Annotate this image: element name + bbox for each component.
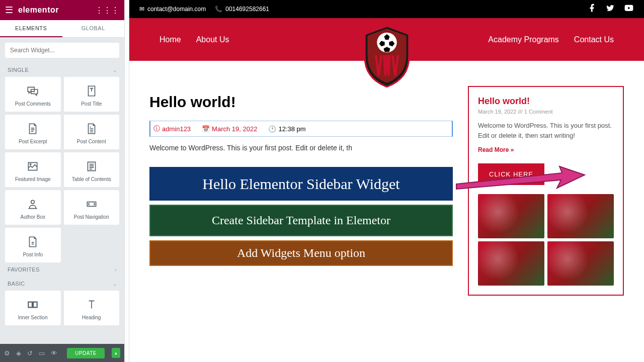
comments-icon bbox=[8, 84, 58, 98]
elementor-panel: ☰ elementor ⋮⋮⋮ ELEMENTS GLOBAL SINGLE ⌄… bbox=[0, 0, 124, 362]
tab-global[interactable]: GLOBAL bbox=[62, 20, 125, 37]
site-topbar: ✉ contact@domain.com 📞 0014692582661 bbox=[129, 0, 644, 18]
post-title: Hello world! bbox=[149, 94, 453, 111]
chevron-down-icon: ⌄ bbox=[113, 281, 117, 287]
widget-post-excerpt[interactable]: Post Excerpt bbox=[5, 115, 61, 149]
history-icon[interactable]: ↺ bbox=[27, 349, 33, 357]
nav-home[interactable]: Home bbox=[159, 35, 181, 44]
info-icon bbox=[8, 235, 58, 249]
svg-point-0 bbox=[31, 200, 35, 204]
grid-icon[interactable]: ⋮⋮⋮ bbox=[95, 6, 119, 15]
sidebar-post-excerpt: Welcome to WordPress. This is your first… bbox=[478, 121, 614, 140]
title-icon bbox=[66, 84, 117, 98]
panel-footer: ⚙ ◈ ↺ ▭ 👁 UPDATE ▴ bbox=[0, 344, 124, 362]
update-button[interactable]: UPDATE bbox=[67, 348, 105, 358]
post-date[interactable]: 📅 March 19, 2022 bbox=[199, 124, 257, 133]
sidebar-gallery bbox=[478, 194, 614, 286]
section-single[interactable]: SINGLE ⌄ bbox=[0, 63, 124, 77]
widget-heading[interactable]: Heading bbox=[64, 291, 120, 325]
nav-contact[interactable]: Contact Us bbox=[574, 35, 614, 44]
nav-about[interactable]: About Us bbox=[196, 35, 229, 44]
contact-phone[interactable]: 📞 0014692582661 bbox=[215, 6, 269, 13]
section-favorites[interactable]: FAVORITES › bbox=[0, 262, 124, 277]
menu-icon[interactable]: ☰ bbox=[5, 5, 13, 16]
panel-tabs: ELEMENTS GLOBAL bbox=[0, 20, 124, 38]
widget-post-navigation[interactable]: Post Navigation bbox=[64, 190, 120, 225]
panel-header: ☰ elementor ⋮⋮⋮ bbox=[0, 0, 124, 20]
gallery-image[interactable] bbox=[547, 241, 614, 286]
widgets-single-grid: Post Comments Post Title Post Excerpt Po… bbox=[0, 77, 124, 262]
click-here-button[interactable]: CLICK HERE bbox=[478, 163, 544, 185]
content-area: Hello world! ⓘ admin123 📅 March 19, 2022… bbox=[129, 61, 644, 311]
responsive-icon[interactable]: ▭ bbox=[39, 349, 45, 357]
widget-post-content[interactable]: Post Content bbox=[64, 115, 120, 149]
post-time: 🕐 12:38 pm bbox=[265, 124, 305, 133]
elementor-logo: elementor bbox=[18, 6, 59, 15]
settings-icon[interactable]: ⚙ bbox=[4, 349, 10, 357]
widgets-basic-grid: Inner Section Heading bbox=[0, 291, 124, 325]
widget-inner-section[interactable]: Inner Section bbox=[5, 291, 61, 325]
sidebar-widget[interactable]: Hello world! March 19, 2022 /// 1 Commen… bbox=[468, 86, 624, 296]
widget-featured-image[interactable]: Featured Image bbox=[5, 152, 61, 187]
overlay-banners: Hello Elementor Sidebar Widget Create Si… bbox=[149, 167, 453, 266]
widget-author-box[interactable]: Author Box bbox=[5, 190, 61, 225]
youtube-icon[interactable] bbox=[624, 4, 634, 15]
toc-icon bbox=[66, 159, 117, 173]
chevron-down-icon: ⌄ bbox=[113, 67, 117, 73]
banner-subtitle-2: Add Widgets Menu option bbox=[149, 240, 453, 266]
banner-subtitle-1: Create Sidebar Template in Elemetor bbox=[149, 205, 453, 236]
navigator-icon[interactable]: ◈ bbox=[16, 349, 21, 357]
widget-table-of-contents[interactable]: Table of Contents bbox=[64, 152, 120, 187]
sidebar-post-meta: March 19, 2022 /// 1 Comment bbox=[478, 109, 614, 115]
site-navbar: Home About Us Academy Programs Contact U… bbox=[129, 18, 644, 61]
widget-post-title[interactable]: Post Title bbox=[64, 77, 120, 112]
gallery-image[interactable] bbox=[478, 194, 544, 238]
main-column: Hello world! ⓘ admin123 📅 March 19, 2022… bbox=[149, 76, 453, 296]
post-meta[interactable]: ⓘ admin123 📅 March 19, 2022 🕐 12:38 pm bbox=[149, 121, 453, 137]
search-input[interactable] bbox=[5, 43, 119, 58]
twitter-icon[interactable] bbox=[606, 4, 615, 15]
chevron-right-icon: › bbox=[115, 267, 117, 273]
author-icon bbox=[8, 197, 58, 211]
tab-elements[interactable]: ELEMENTS bbox=[0, 20, 62, 37]
content-icon bbox=[66, 122, 117, 136]
widget-post-info[interactable]: Post Info bbox=[5, 228, 61, 262]
section-basic[interactable]: BASIC ⌄ bbox=[0, 277, 124, 291]
excerpt-icon bbox=[8, 122, 58, 136]
navigation-icon bbox=[66, 197, 117, 211]
sidebar-post-title[interactable]: Hello world! bbox=[478, 96, 614, 107]
section-icon bbox=[8, 298, 58, 312]
widget-post-comments[interactable]: Post Comments bbox=[5, 77, 61, 112]
read-more-link[interactable]: Read More » bbox=[478, 146, 614, 153]
nav-programs[interactable]: Academy Programs bbox=[488, 35, 559, 44]
post-body: Welcome to WordPress. This is your first… bbox=[149, 144, 453, 152]
image-icon bbox=[8, 159, 58, 173]
facebook-icon[interactable] bbox=[588, 4, 597, 15]
preview-canvas: ✉ contact@domain.com 📞 0014692582661 Hom… bbox=[129, 0, 644, 362]
update-caret-icon[interactable]: ▴ bbox=[112, 348, 120, 358]
gallery-image[interactable] bbox=[547, 194, 614, 238]
banner-title: Hello Elementor Sidebar Widget bbox=[149, 167, 453, 201]
contact-email[interactable]: ✉ contact@domain.com bbox=[139, 6, 206, 13]
panel-resize-handle[interactable] bbox=[124, 0, 129, 362]
gallery-image[interactable] bbox=[478, 241, 544, 286]
heading-icon bbox=[66, 298, 117, 312]
post-author[interactable]: ⓘ admin123 bbox=[150, 124, 191, 133]
preview-icon[interactable]: 👁 bbox=[51, 349, 57, 357]
